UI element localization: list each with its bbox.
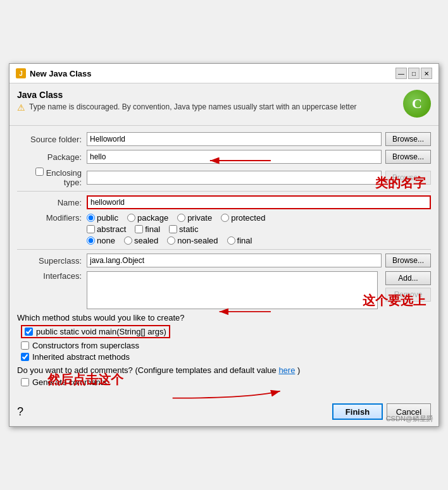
minimize-button[interactable]: — bbox=[395, 68, 407, 79]
package-browse-button[interactable]: Browse... bbox=[385, 150, 431, 164]
modifier-private-radio[interactable] bbox=[177, 214, 185, 222]
new-java-class-dialog: J New Java Class — □ ✕ Java Class ⚠ Type… bbox=[9, 63, 439, 427]
interfaces-box bbox=[87, 271, 378, 309]
modifiers-row-2: abstract final static bbox=[17, 224, 431, 234]
modifier-final2[interactable]: final bbox=[227, 236, 252, 245]
modifier-final[interactable]: final bbox=[135, 224, 160, 234]
enclosing-type-row: Enclosing type: Browse... bbox=[17, 168, 431, 187]
modifiers-row-3: none sealed non-sealed final bbox=[17, 236, 431, 245]
finish-button[interactable]: Finish bbox=[332, 403, 383, 420]
main-method-stub-highlighted: public static void main(String[] args) bbox=[21, 325, 170, 338]
superclass-label: Superclass: bbox=[17, 256, 87, 266]
modifier-sealed-radio[interactable] bbox=[124, 236, 132, 245]
package-content: Browse... bbox=[87, 150, 431, 164]
main-method-checkbox[interactable] bbox=[25, 328, 33, 336]
modifiers-sealed-group: none sealed non-sealed final bbox=[87, 236, 252, 245]
modifier-abstract-checkbox[interactable] bbox=[87, 225, 95, 233]
modifier-none-radio[interactable] bbox=[87, 236, 95, 245]
help-icon[interactable]: ? bbox=[17, 405, 23, 419]
abstract-methods-label: Inherited abstract methods bbox=[32, 352, 130, 362]
generate-comments-checkbox[interactable] bbox=[21, 378, 29, 386]
enclosing-type-label: Enclosing type: bbox=[17, 168, 87, 187]
modifiers-section: Modifiers: public package private bbox=[17, 213, 431, 245]
constructor-stub-item: Constructors from superclass bbox=[17, 341, 431, 350]
modifier-public-radio[interactable] bbox=[87, 214, 95, 222]
comments-here-link[interactable]: here bbox=[278, 365, 295, 375]
modifier-package-radio[interactable] bbox=[127, 214, 135, 222]
warning-text: Type name is discouraged. By convention,… bbox=[29, 102, 357, 111]
enclosing-type-input[interactable] bbox=[87, 171, 382, 185]
superclass-browse-button[interactable]: Browse... bbox=[385, 254, 431, 267]
interfaces-remove-button: Remove bbox=[385, 288, 431, 302]
dialog-title: New Java Class bbox=[30, 69, 92, 78]
constructor-label: Constructors from superclass bbox=[32, 341, 139, 350]
package-input[interactable] bbox=[87, 150, 382, 164]
modifiers-row-1: Modifiers: public package private bbox=[17, 213, 431, 223]
modifier-abstract[interactable]: abstract bbox=[87, 224, 126, 234]
modifier-non-sealed-radio[interactable] bbox=[167, 236, 175, 245]
interfaces-row: Interfaces: Add... Remove bbox=[17, 271, 431, 309]
close-button[interactable]: ✕ bbox=[421, 68, 432, 79]
package-row: Package: Browse... bbox=[17, 150, 431, 164]
constructor-checkbox[interactable] bbox=[21, 341, 29, 350]
modifier-final2-radio[interactable] bbox=[227, 236, 235, 245]
comments-after-link: ) bbox=[297, 365, 300, 375]
name-label: Name: bbox=[17, 198, 87, 207]
modifier-static-checkbox[interactable] bbox=[169, 225, 177, 233]
modifiers-access-group: public package private protected bbox=[87, 213, 265, 223]
name-row: Name: bbox=[17, 195, 431, 209]
source-folder-content: Browse... bbox=[87, 132, 431, 146]
stubs-question: Which method stubs would you like to cre… bbox=[17, 313, 431, 322]
interfaces-content: Add... Remove bbox=[87, 271, 431, 309]
package-label: Package: bbox=[17, 152, 87, 162]
modifier-non-sealed[interactable]: non-sealed bbox=[167, 236, 218, 245]
modifier-none[interactable]: none bbox=[87, 236, 115, 245]
dialog-body: Source folder: Browse... Package: Browse… bbox=[9, 130, 439, 398]
logo-letter: C bbox=[412, 95, 422, 112]
superclass-input[interactable] bbox=[87, 254, 382, 267]
enclosing-type-browse-button: Browse... bbox=[385, 171, 431, 185]
title-controls: — □ ✕ bbox=[395, 68, 432, 79]
source-folder-browse-button[interactable]: Browse... bbox=[385, 132, 431, 146]
enclosing-type-checkbox[interactable] bbox=[35, 168, 44, 176]
superclass-row: Superclass: Browse... bbox=[17, 254, 431, 267]
warning-icon: ⚠ bbox=[17, 102, 25, 113]
comments-question-text: Do you want to add comments? (Configure … bbox=[17, 365, 277, 375]
abstract-methods-checkbox[interactable] bbox=[21, 353, 29, 361]
abstract-methods-stub-item: Inherited abstract methods bbox=[17, 352, 431, 362]
interfaces-label: Interfaces: bbox=[17, 271, 87, 281]
source-folder-row: Source folder: Browse... bbox=[17, 132, 431, 146]
modifier-final-checkbox[interactable] bbox=[135, 225, 143, 233]
restore-button[interactable]: □ bbox=[408, 68, 420, 79]
interfaces-add-button[interactable]: Add... bbox=[385, 271, 431, 285]
dialog-wrapper: J New Java Class — □ ✕ Java Class ⚠ Type… bbox=[0, 0, 448, 490]
enclosing-type-label-text: Enclosing type: bbox=[46, 168, 82, 187]
eclipse-logo: C bbox=[403, 90, 431, 118]
modifiers-label: Modifiers: bbox=[17, 213, 87, 223]
header-warning: ⚠ Type name is discouraged. By conventio… bbox=[17, 102, 403, 113]
modifier-protected[interactable]: protected bbox=[221, 213, 265, 223]
source-folder-label: Source folder: bbox=[17, 135, 87, 144]
modifier-static[interactable]: static bbox=[169, 224, 198, 234]
main-method-label: public static void main(String[] args) bbox=[36, 327, 166, 336]
interfaces-buttons: Add... Remove bbox=[382, 271, 431, 302]
source-folder-input[interactable] bbox=[87, 132, 382, 146]
title-bar: J New Java Class — □ ✕ bbox=[9, 64, 439, 83]
modifier-private[interactable]: private bbox=[177, 213, 212, 223]
name-input[interactable] bbox=[87, 195, 431, 209]
generate-comments-item: Generate comments bbox=[17, 377, 431, 387]
superclass-content: Browse... bbox=[87, 254, 431, 267]
header-title: Java Class bbox=[17, 90, 403, 100]
modifiers-keyword-group: abstract final static bbox=[87, 224, 198, 234]
name-content bbox=[87, 195, 431, 209]
dialog-header: Java Class ⚠ Type name is discouraged. B… bbox=[9, 83, 439, 121]
title-bar-left: J New Java Class bbox=[16, 68, 92, 78]
comments-question: Do you want to add comments? (Configure … bbox=[17, 365, 431, 375]
modifier-protected-radio[interactable] bbox=[221, 214, 229, 222]
comments-section: Do you want to add comments? (Configure … bbox=[17, 365, 431, 387]
modifier-package[interactable]: package bbox=[127, 213, 168, 223]
modifier-public[interactable]: public bbox=[87, 213, 118, 223]
stubs-section: Which method stubs would you like to cre… bbox=[17, 313, 431, 362]
watermark: CSDN@鳞星爵 bbox=[386, 414, 433, 424]
modifier-sealed[interactable]: sealed bbox=[124, 236, 158, 245]
